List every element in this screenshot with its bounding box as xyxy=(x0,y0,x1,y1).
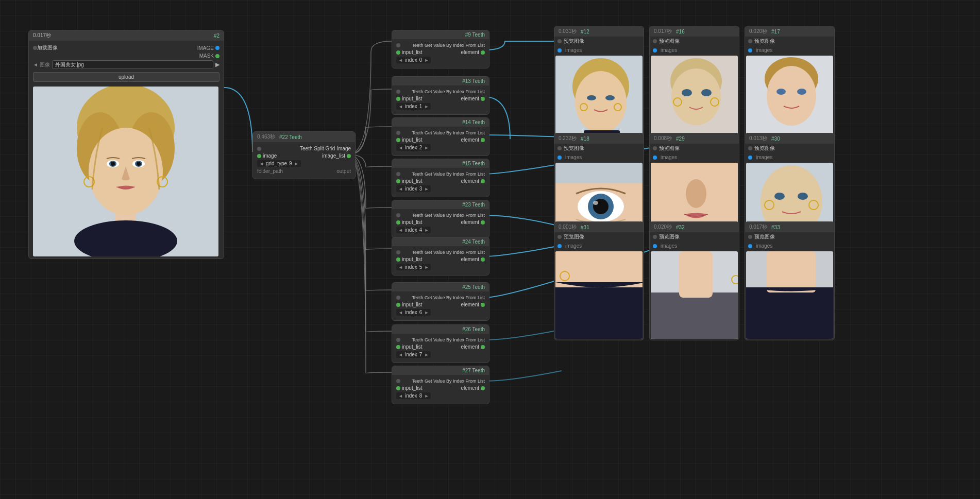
node-18-id: #18 xyxy=(581,136,589,142)
node-33-title: 预览图像 xyxy=(754,233,775,240)
node-27-header: #27 Teeth xyxy=(392,366,489,375)
node-13-index-stepper[interactable]: ◄ index 1 ► xyxy=(396,103,431,110)
node-22-image-in-port xyxy=(257,154,261,158)
node-27-index-stepper[interactable]: ◄ index 8 ► xyxy=(396,392,431,399)
svg-point-49 xyxy=(798,193,808,200)
svg-point-48 xyxy=(774,193,785,200)
node-16-images-port xyxy=(653,48,657,53)
node-26-index-stepper[interactable]: ◄ index 7 ► xyxy=(396,351,431,358)
node-31-images-row: images xyxy=(554,242,644,250)
node-2-mask-label: MASK xyxy=(199,53,214,59)
node-12-header: 0.031秒 #12 xyxy=(554,26,644,37)
node-25-id: #25 Teeth xyxy=(462,284,485,290)
node-9-index-stepper[interactable]: ◄ index 0 ► xyxy=(396,57,431,63)
node-32-images-row: images xyxy=(650,242,739,250)
node-32-id: #32 xyxy=(676,225,685,230)
node-22-grid-right[interactable]: ► xyxy=(294,161,299,166)
node-9-element-port xyxy=(481,50,485,55)
node-9-index-row: ◄ index 0 ► xyxy=(396,57,485,63)
node-9-index-val: 0 xyxy=(419,57,423,63)
node-26-input-port xyxy=(396,345,400,349)
node-32-image-preview xyxy=(651,251,738,339)
node-2-upload-container: upload xyxy=(33,71,219,83)
node-14-index-stepper[interactable]: ◄ index 2 ► xyxy=(396,144,431,151)
node-25-index-row: ◄ index 6 ► xyxy=(396,309,485,316)
node-26-element-label: element xyxy=(461,344,479,350)
node-15-index-val: 3 xyxy=(419,186,423,192)
node-27-element-port xyxy=(481,386,485,390)
node-27-index-label: index xyxy=(405,393,417,399)
node-13-id: #13 Teeth xyxy=(462,78,485,84)
node-9-index-left[interactable]: ◄ xyxy=(398,58,403,63)
node-26-index-left[interactable]: ◄ xyxy=(398,352,403,357)
svg-rect-53 xyxy=(555,282,643,339)
node-14-index-right[interactable]: ► xyxy=(424,145,429,150)
node-13-index-left[interactable]: ◄ xyxy=(398,104,403,109)
node-30-images-label: images xyxy=(756,154,772,160)
node-17-id: #17 xyxy=(771,29,780,35)
node-13-input-row: input_list element xyxy=(396,96,485,101)
node-22-grid-stepper[interactable]: ◄ grid_type 9 ► xyxy=(257,160,301,167)
node-30-title-row: 预览图像 xyxy=(745,144,834,153)
node-24-index-left[interactable]: ◄ xyxy=(398,265,403,270)
node-27-index-right[interactable]: ► xyxy=(424,393,429,399)
node-33-time: 0.017秒 xyxy=(749,223,767,231)
node-14-input-port xyxy=(396,138,400,142)
node-14-header: #14 Teeth xyxy=(392,118,489,127)
node-24-id: #24 Teeth xyxy=(462,239,485,245)
node-32-images-label: images xyxy=(661,243,677,249)
node-25-index-stepper[interactable]: ◄ index 6 ► xyxy=(396,309,431,316)
node-2-mask-row: MASK xyxy=(33,53,219,59)
node-23-input-row: input_list element xyxy=(396,219,485,225)
node-13-index-right[interactable]: ► xyxy=(424,104,429,109)
node-27-id: #27 Teeth xyxy=(462,368,485,373)
node-13-input-label: input_list xyxy=(402,96,422,101)
node-9-id: #9 Teeth xyxy=(465,32,485,38)
node-12-image-preview xyxy=(555,56,643,143)
svg-point-26 xyxy=(682,89,692,96)
node-22-grid-left[interactable]: ◄ xyxy=(259,161,264,166)
node-17-images-row: images xyxy=(745,46,834,55)
node-23-index-stepper[interactable]: ◄ index 4 ► xyxy=(396,227,431,233)
node-24-body: Teeth Get Value By Index From List input… xyxy=(392,246,489,275)
node-24-index-stepper[interactable]: ◄ index 5 ► xyxy=(396,264,431,270)
node-22-title-row: Teeth Split Grid Image xyxy=(257,146,351,151)
node-27-title: Teeth Get Value By Index From List xyxy=(412,378,485,384)
node-2-filename-input[interactable] xyxy=(52,60,213,69)
node-2-upload-button[interactable]: upload xyxy=(33,72,219,82)
node-12-images-row: images xyxy=(554,46,644,55)
node-18-time: 0.232秒 xyxy=(559,135,577,142)
node-13-input-port xyxy=(396,97,400,101)
node-2-image-display xyxy=(33,87,218,256)
node-29-time: 0.008秒 xyxy=(654,135,672,142)
node-23-index-right[interactable]: ► xyxy=(424,228,429,233)
node-15-index-stepper[interactable]: ◄ index 3 ► xyxy=(396,185,431,192)
node-31-title: 预览图像 xyxy=(564,233,584,240)
node-15-input-label: input_list xyxy=(402,178,422,184)
node-29-id: #29 xyxy=(676,136,685,142)
node-2: 0.017秒 #2 加载图像 IMAGE MASK ◄ 图像 ▶ upload xyxy=(28,30,224,259)
node-25-index-left[interactable]: ◄ xyxy=(398,310,403,315)
node-16-title-row: 预览图像 xyxy=(650,37,739,46)
node-26-input-label: input_list xyxy=(402,344,422,350)
node-26-header: #26 Teeth xyxy=(392,325,489,334)
node-23-index-left[interactable]: ◄ xyxy=(398,228,403,233)
node-9-input-row: input_list element xyxy=(396,49,485,55)
node-12-time: 0.031秒 xyxy=(559,28,577,35)
node-16: 0.017秒 #16 预览图像 images xyxy=(649,26,739,145)
svg-point-27 xyxy=(701,89,712,96)
node-22-folder-val: output xyxy=(336,168,351,174)
node-32: 0.020秒 #32 预览图像 images xyxy=(649,221,739,340)
node-25-index-right[interactable]: ► xyxy=(424,310,429,315)
node-15-index-left[interactable]: ◄ xyxy=(398,186,403,192)
node-24-index-right[interactable]: ► xyxy=(424,265,429,270)
node-27-index-left[interactable]: ◄ xyxy=(398,393,403,399)
node-15-index-right[interactable]: ► xyxy=(424,186,429,192)
node-14-index-left[interactable]: ◄ xyxy=(398,145,403,150)
svg-point-19 xyxy=(605,95,615,100)
node-24-dot xyxy=(396,250,400,254)
node-18-title: 预览图像 xyxy=(564,145,584,152)
node-9-index-right[interactable]: ► xyxy=(424,58,429,63)
node-23-element-port xyxy=(481,220,485,225)
node-26-index-right[interactable]: ► xyxy=(424,352,429,357)
